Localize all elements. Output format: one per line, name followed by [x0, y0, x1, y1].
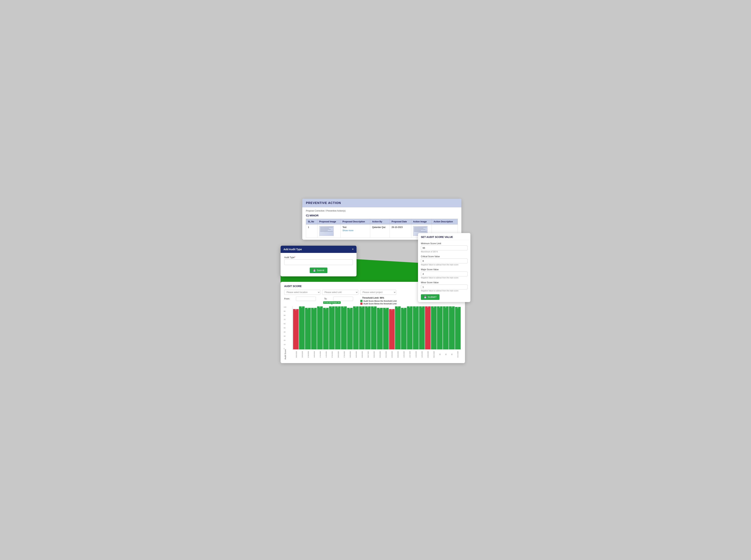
minor-score-input[interactable]	[421, 284, 467, 289]
y-tick-50: 50	[284, 327, 287, 329]
y-tick-80: 80	[284, 315, 287, 316]
bar-11: 99	[359, 306, 365, 349]
bar-value-4: 99	[319, 306, 321, 308]
floppy-icon: 💾	[424, 296, 427, 298]
bar-col-15: 96	[383, 308, 389, 349]
bar-value-15: 96	[385, 308, 387, 309]
bar-25: 99	[443, 306, 448, 349]
bar-chart: 9399969699969907-04-2021|Adgot: 99999996…	[292, 306, 461, 349]
bar-9: 96	[347, 308, 353, 349]
bar-0: 93	[293, 309, 299, 349]
major-score-input[interactable]	[421, 272, 467, 276]
min-score-label: Minimum Score Limit	[421, 242, 467, 245]
add-audit-type-modal: Add Audit Type × Audit Type* 💾 Submit	[281, 246, 357, 276]
x-label-18: 13-09-2023	[401, 349, 407, 359]
x-label-20: 14-08-2023	[413, 349, 419, 359]
x-label-4: 17-04-2020	[317, 349, 323, 359]
bar-15: 96	[383, 308, 389, 349]
legend-red-dot	[360, 303, 363, 305]
audit-type-label: Audit Type*	[284, 256, 353, 259]
bar-18: 96	[401, 308, 407, 349]
to-date-input[interactable]	[333, 297, 353, 301]
bar-value-0: 93	[295, 309, 296, 311]
bar-value-9: 96	[349, 308, 350, 309]
bar-col-13: 99	[371, 306, 377, 349]
bar-value-6: 99	[331, 306, 332, 308]
bar-col-27: 98	[455, 307, 461, 349]
y-tick-0: 0	[284, 348, 287, 349]
x-label-0: 03-04-2019	[294, 349, 299, 359]
legend-above: Audit Score Above the threshold Limit	[360, 300, 397, 302]
bar-value-8: 99	[343, 306, 344, 308]
legend-above-label: Audit Score Above the threshold Limit	[363, 300, 397, 302]
bar-col-19: 99	[407, 306, 412, 349]
bar-col-18: 96	[401, 308, 407, 349]
x-label-23: 08-10-2023	[431, 349, 437, 359]
legend-below-label: Audit Score Below the threshold Limit	[363, 303, 397, 305]
bar-col-5: 96	[323, 308, 329, 349]
audit-type-input[interactable]	[284, 259, 353, 265]
x-label-1: 15-05-2019	[300, 349, 305, 359]
bar-3: 96	[311, 308, 317, 349]
bar-5: 96	[323, 308, 329, 349]
bar-2: 96	[305, 308, 311, 349]
bar-20: 99	[413, 306, 419, 349]
x-label-10: 30-05-2022	[353, 349, 359, 359]
x-label-16: 20-08-2023	[389, 349, 395, 359]
from-label: From:	[284, 298, 290, 300]
show-more-link[interactable]: Show more	[342, 229, 368, 232]
from-date-input[interactable]	[296, 297, 316, 301]
bar-value-17: 99	[397, 306, 399, 308]
y-tick-10: 10	[284, 344, 287, 345]
bar-col-2: 96	[305, 308, 311, 349]
critical-score-input[interactable]	[421, 259, 467, 263]
bar-8: 99	[341, 306, 347, 349]
bar-col-17: 99	[395, 306, 401, 349]
modal-submit-button[interactable]: 💾 Submit	[310, 267, 327, 273]
min-score-field: Minimum Score Limit Maxmimum of 100 %	[421, 242, 467, 253]
bar-col-9: 96	[347, 308, 353, 349]
bar-value-14: 96	[379, 308, 380, 309]
min-score-input[interactable]	[421, 245, 467, 251]
cell-action-by: Qalandar Qaz	[370, 224, 390, 238]
bar-value-5: 96	[325, 308, 327, 309]
modal-close-button[interactable]: ×	[352, 248, 354, 251]
legend-green-dot	[360, 300, 363, 302]
preventive-title: PREVENTIVE ACTION	[306, 201, 341, 205]
x-label-12: 30-07-2022	[365, 349, 371, 359]
required-star: *	[294, 256, 295, 259]
threshold-legend-group: Threshold Limit: 96% Audit Score Above t…	[359, 297, 397, 305]
bar-27: 98	[455, 307, 461, 349]
audit-score-submit-button[interactable]: 💾 SUBMIT	[421, 294, 440, 300]
bar-17: 99	[395, 306, 401, 349]
cell-proposed-date: 26-10-2023	[390, 224, 411, 238]
x-label-11: 30-06-2022	[360, 349, 365, 359]
bar-col-14: 96	[377, 308, 383, 349]
bar-col-23: 99	[431, 306, 437, 349]
unit-select[interactable]: Please select unit	[322, 290, 358, 295]
bar-col-3: 96	[311, 308, 317, 349]
project-select[interactable]: Please select project	[360, 290, 396, 295]
minor-score-hint: Negative Value to subtract from the main…	[421, 290, 467, 292]
bar-10: 99	[353, 306, 359, 349]
date-row: From: To:	[284, 297, 353, 301]
x-label-9: 16-05-2022	[347, 349, 353, 359]
bar-value-16: 93	[391, 309, 392, 311]
col-proposed-image: Proposed Image	[317, 219, 341, 224]
bar-13: 99	[371, 306, 377, 349]
location-select[interactable]: Please select location	[284, 290, 320, 295]
critical-score-hint: Negative Value to subtract from the main…	[421, 264, 467, 266]
critical-score-label: Critical Score Value	[421, 255, 467, 258]
bar-26: 99	[449, 306, 455, 349]
major-score-label: Major Score Value	[421, 268, 467, 271]
col-action-by: Action By	[370, 219, 390, 224]
bar-col-20: 99	[413, 306, 419, 349]
bar-col-12: 99	[365, 306, 371, 349]
bar-value-3: 96	[313, 308, 314, 309]
bar-col-6: 9907-04-2021|Adgot: 99	[329, 306, 335, 349]
x-label-6: 07-04-2021	[329, 349, 335, 359]
preventive-header: PREVENTIVE ACTION	[302, 199, 461, 207]
tooltip-bubble: 07-04-2021|Adgot: 99	[323, 301, 341, 304]
cell-proposed-desc: Test Show more	[341, 224, 370, 238]
bar-value-25: 99	[445, 306, 446, 308]
